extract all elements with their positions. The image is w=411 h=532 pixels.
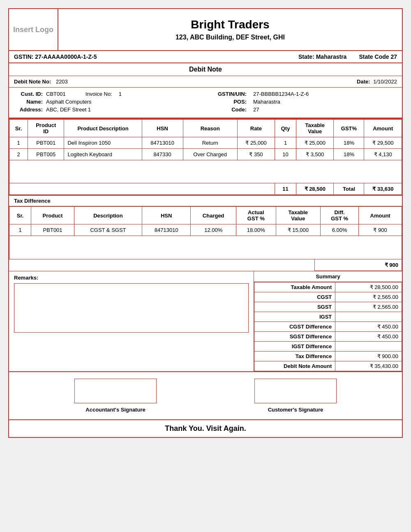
th-sr: Sr.	[9, 120, 28, 137]
th-td-description: Description	[74, 207, 142, 224]
summary-value: ₹ 28,500.00	[335, 282, 402, 292]
logo-text: Insert Logo	[13, 25, 53, 34]
meta-row: Debit Note No: 2203 Date: 1/10/2022	[9, 76, 402, 88]
td-rate: ₹ 25,000	[237, 137, 275, 149]
company-info: Bright Traders 123, ABC Building, DEF St…	[58, 9, 402, 50]
code-value: 27	[253, 106, 259, 113]
summary-title: Summary	[254, 271, 402, 282]
summary-label: Taxable Amount	[254, 282, 335, 292]
tax-diff-header-row: Sr. Product Description HSN Charged Actu…	[9, 207, 402, 224]
td-tdr-taxable-value: ₹ 15,000	[276, 224, 320, 236]
gstin-value: GSTIN: 27-AAAAA0000A-1-Z-5	[14, 53, 97, 60]
td-amount: ₹ 4,130	[364, 149, 402, 160]
accountant-sig-block: Accountant's Signature	[74, 379, 157, 413]
th-taxable-value: TaxableValue	[296, 120, 334, 137]
tax-difference-table: Sr. Product Description HSN Charged Actu…	[9, 206, 402, 259]
th-rate: Rate	[237, 120, 275, 137]
td-rate: ₹ 350	[237, 149, 275, 160]
th-td-product: Product	[31, 207, 74, 224]
spacer-row	[9, 172, 402, 183]
th-td-actual-gst: ActualGST %	[236, 207, 276, 224]
address-value: ABC, DEF Street 1	[46, 106, 91, 113]
td-tdr-actual-gst: 18.00%	[236, 224, 276, 236]
remarks-col: Remarks:	[9, 271, 254, 371]
th-td-diff-gst: Diff.GST %	[320, 207, 358, 224]
gstin-uin-value: 27-BBBBB1234A-1-Z-6	[253, 91, 309, 97]
summary-label: IGST Difference	[254, 341, 335, 351]
td-taxable-value: ₹ 25,000	[296, 137, 334, 149]
customer-sig-label: Customer's Signature	[268, 407, 323, 413]
date-value: 1/10/2022	[373, 79, 397, 85]
summary-label: SGST Difference	[254, 331, 335, 341]
td-tdr-sr: 1	[9, 224, 31, 236]
spacer-row	[9, 236, 402, 247]
summary-label: SGST	[254, 302, 335, 312]
th-gst-percent: GST%	[334, 120, 364, 137]
td-tdr-charged: 12.00%	[191, 224, 236, 236]
customer-sig-block: Customer's Signature	[254, 379, 337, 413]
tax-diff-total-table: ₹ 900	[9, 259, 402, 271]
code-line: Code: 27	[210, 106, 397, 113]
summary-value: ₹ 2,565.00	[335, 302, 402, 312]
td-total-amount: ₹ 33,630	[364, 183, 402, 195]
summary-label: CGST Difference	[254, 322, 335, 331]
address-label: Address:	[14, 106, 43, 113]
th-td-taxable-value: TaxableValue	[276, 207, 320, 224]
code-label: Code:	[210, 106, 247, 113]
product-row: 2 PBT005 Logitech Keyboard 847330 Over C…	[9, 149, 402, 160]
th-hsn: HSN	[142, 120, 183, 137]
th-td-amount: Amount	[359, 207, 402, 224]
td-sr: 1	[9, 137, 28, 149]
td-description: Dell Inspiron 1050	[64, 137, 142, 149]
remarks-box[interactable]	[14, 283, 249, 333]
summary-row: SGST ₹ 2,565.00	[254, 302, 402, 312]
td-gst-percent: 18%	[334, 137, 364, 149]
spacer-row	[9, 247, 402, 259]
td-tdr-description: CGST & SGST	[74, 224, 142, 236]
th-description: Product Description	[64, 120, 142, 137]
td-product-id: PBT005	[28, 149, 64, 160]
gstin-uin-label: GSTIN/UIN:	[210, 91, 247, 97]
gstin-uin-line: GSTIN/UIN: 27-BBBBB1234A-1-Z-6	[210, 91, 397, 97]
header-row: Insert Logo Bright Traders 123, ABC Buil…	[9, 9, 402, 51]
pos-label: POS:	[210, 99, 247, 105]
td-tdr-amount: ₹ 900	[359, 224, 402, 236]
name-label: Name:	[14, 99, 43, 105]
summary-row: CGST Difference ₹ 450.00	[254, 322, 402, 331]
spacer-row	[9, 160, 402, 172]
th-td-charged: Charged	[191, 207, 236, 224]
cust-id-line: Cust. ID: CBT001 Invoice No: 1	[14, 91, 201, 97]
tax-diff-row: 1 PBT001 CGST & SGST 84713010 12.00% 18.…	[9, 224, 402, 236]
company-address: 123, ABC Building, DEF Street, GHI	[175, 34, 285, 41]
tax-diff-spacer-row: ₹ 900	[9, 259, 402, 271]
invoice-no-value: 1	[119, 91, 122, 97]
company-name: Bright Traders	[191, 18, 269, 31]
summary-label: IGST	[254, 312, 335, 322]
signatures-row: Accountant's Signature Customer's Signat…	[9, 371, 402, 420]
td-description: Logitech Keyboard	[64, 149, 142, 160]
summary-row: Taxable Amount ₹ 28,500.00	[254, 282, 402, 292]
summary-col: Summary Taxable Amount ₹ 28,500.00 CGST …	[254, 271, 402, 371]
td-hsn: 847330	[142, 149, 183, 160]
summary-row: IGST	[254, 312, 402, 322]
th-reason: Reason	[183, 120, 237, 137]
th-qty: Qty	[275, 120, 296, 137]
td-product-id: PBT001	[28, 137, 64, 149]
td-tdr-hsn: 84713010	[142, 224, 191, 236]
tax-difference-title: Tax Difference	[9, 195, 402, 206]
summary-row: SGST Difference ₹ 450.00	[254, 331, 402, 341]
summary-value: ₹ 450.00	[335, 331, 402, 341]
meta-right: Date: 1/10/2022	[357, 79, 397, 85]
cust-id-label: Cust. ID:	[14, 91, 43, 97]
summary-value: ₹ 35,430.00	[335, 361, 402, 371]
td-tdr-diff-gst: 6.00%	[320, 224, 358, 236]
summary-value: ₹ 2,565.00	[335, 292, 402, 302]
summary-row: Debit Note Amount ₹ 35,430.00	[254, 361, 402, 371]
summary-value	[335, 341, 402, 351]
accountant-sig-box	[74, 379, 157, 403]
td-total-label: Total	[334, 183, 364, 195]
thank-you: Thank You. Visit Again.	[9, 420, 402, 437]
summary-label: CGST	[254, 292, 335, 302]
doc-title: Debit Note	[9, 63, 402, 76]
invoice-no-label: Invoice No:	[85, 91, 112, 97]
